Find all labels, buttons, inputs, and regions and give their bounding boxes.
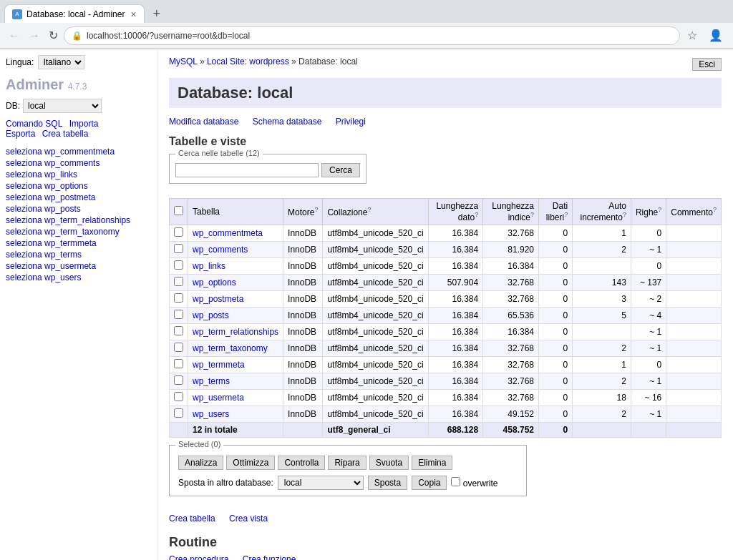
- overwrite-label[interactable]: overwrite: [451, 477, 497, 488]
- profile-button[interactable]: 👤: [704, 27, 727, 44]
- forward-button[interactable]: →: [26, 28, 43, 44]
- row-len-data: 16.384: [428, 242, 483, 258]
- row-checkbox[interactable]: [174, 293, 183, 303]
- tab-close-btn[interactable]: ×: [130, 9, 136, 20]
- sidebar-nav-item[interactable]: seleziona wp_users: [6, 272, 151, 283]
- breadcrumb-local-site[interactable]: Local Site: wordpress: [207, 57, 289, 67]
- row-data-free: 0: [539, 324, 573, 340]
- sidebar-nav-item[interactable]: seleziona wp_links: [6, 169, 151, 180]
- sel-action-button[interactable]: Analizza: [178, 456, 223, 470]
- col-header-collazione: Collazione?: [323, 199, 428, 225]
- table-link[interactable]: wp_commentmeta: [193, 228, 263, 238]
- row-checkbox[interactable]: [174, 375, 183, 385]
- exit-button[interactable]: Esci: [692, 58, 722, 71]
- row-checkbox[interactable]: [174, 260, 183, 270]
- row-auto-inc: 2: [573, 242, 631, 258]
- row-comment: [666, 308, 722, 324]
- back-button[interactable]: ←: [6, 28, 23, 44]
- row-checkbox[interactable]: [174, 310, 183, 319]
- sidebar-nav-item[interactable]: seleziona wp_termmeta: [6, 237, 151, 249]
- row-checkbox[interactable]: [174, 277, 183, 286]
- select-all-checkbox[interactable]: [174, 206, 183, 215]
- active-tab[interactable]: A Database: local - Adminer ×: [4, 4, 145, 23]
- refresh-button[interactable]: ↻: [46, 27, 61, 44]
- row-auto-inc: 2: [573, 406, 631, 423]
- table-link[interactable]: wp_comments: [193, 245, 248, 255]
- sidebar-nav-item[interactable]: seleziona wp_posts: [6, 203, 151, 215]
- row-checkbox[interactable]: [174, 326, 183, 335]
- row-checkbox[interactable]: [174, 392, 183, 401]
- table-link[interactable]: wp_usermeta: [193, 393, 244, 403]
- row-checkbox-cell: [170, 357, 188, 373]
- copia-button[interactable]: Copia: [412, 476, 447, 490]
- sposta-button[interactable]: Sposta: [368, 476, 407, 490]
- new-tab-button[interactable]: +: [149, 6, 165, 21]
- action-link[interactable]: Privilegi: [336, 117, 366, 127]
- table-link[interactable]: wp_options: [193, 277, 236, 288]
- breadcrumb-mysql[interactable]: MySQL: [169, 57, 198, 67]
- table-link[interactable]: wp_links: [193, 261, 225, 271]
- routine-link[interactable]: Crea funzione: [243, 554, 296, 560]
- row-engine: InnoDB: [283, 324, 323, 340]
- sidebar-nav-item[interactable]: seleziona wp_options: [6, 180, 151, 192]
- comando-sql-link[interactable]: Comando SQL: [6, 119, 62, 129]
- sidebar-nav-item[interactable]: seleziona wp_term_relationships: [6, 215, 151, 226]
- row-rows: 0: [631, 225, 666, 242]
- sel-action-button[interactable]: Svuota: [369, 456, 409, 470]
- row-checkbox-cell: [170, 308, 188, 324]
- row-len-data: 16.384: [428, 291, 483, 308]
- sidebar-nav-item[interactable]: seleziona wp_postmeta: [6, 192, 151, 203]
- importa-link[interactable]: Importa: [69, 119, 99, 129]
- table-link[interactable]: wp_terms: [193, 376, 230, 386]
- address-bar[interactable]: 🔒 localhost:10006/?username=root&db=loca…: [64, 26, 680, 45]
- sidebar-nav-item[interactable]: seleziona wp_term_taxonomy: [6, 226, 151, 237]
- esporta-link[interactable]: Esporta: [6, 129, 35, 139]
- row-checkbox[interactable]: [174, 359, 183, 368]
- sidebar-nav-item[interactable]: seleziona wp_commentmeta: [6, 146, 151, 157]
- overwrite-checkbox[interactable]: [451, 477, 460, 486]
- bottom-link[interactable]: Crea vista: [229, 514, 268, 524]
- row-name: wp_posts: [188, 308, 283, 324]
- row-engine: InnoDB: [283, 258, 323, 275]
- row-checkbox-cell: [170, 258, 188, 275]
- db-select[interactable]: local: [23, 99, 102, 113]
- sidebar-nav-item[interactable]: seleziona wp_comments: [6, 157, 151, 169]
- table-link[interactable]: wp_posts: [193, 310, 229, 320]
- search-input[interactable]: [175, 163, 319, 177]
- row-len-data: 16.384: [428, 324, 483, 340]
- table-link[interactable]: wp_term_taxonomy: [193, 343, 268, 353]
- search-button[interactable]: Cerca: [321, 163, 360, 177]
- sidebar-nav-item[interactable]: seleziona wp_usermeta: [6, 260, 151, 272]
- row-engine: InnoDB: [283, 225, 323, 242]
- row-checkbox[interactable]: [174, 408, 183, 418]
- sel-action-button[interactable]: Controlla: [278, 456, 325, 470]
- row-len-data: 16.384: [428, 373, 483, 390]
- action-link[interactable]: Schema database: [253, 117, 322, 127]
- table-link[interactable]: wp_term_relationships: [193, 327, 278, 337]
- row-name: wp_users: [188, 406, 283, 423]
- row-len-index: 32.768: [483, 225, 539, 242]
- bottom-link[interactable]: Crea tabella: [169, 514, 215, 524]
- row-checkbox[interactable]: [174, 343, 183, 352]
- row-checkbox[interactable]: [174, 244, 183, 253]
- crea-tabella-sidebar-link[interactable]: Crea tabella: [42, 129, 89, 139]
- row-auto-inc: 1: [573, 357, 631, 373]
- sel-action-button[interactable]: Ripara: [328, 456, 366, 470]
- sposta-select[interactable]: local: [278, 476, 364, 490]
- row-len-index: 16.384: [483, 258, 539, 275]
- sel-action-button[interactable]: Ottimizza: [226, 456, 275, 470]
- row-checkbox[interactable]: [174, 227, 183, 237]
- lingua-select[interactable]: Italiano: [38, 55, 84, 69]
- bookmark-button[interactable]: ☆: [683, 27, 702, 44]
- action-link[interactable]: Modifica database: [169, 117, 238, 127]
- table-link[interactable]: wp_users: [193, 409, 229, 419]
- row-len-data: 16.384: [428, 308, 483, 324]
- row-data-free: 0: [539, 406, 573, 423]
- table-link[interactable]: wp_termmeta: [193, 360, 245, 370]
- sel-action-button[interactable]: Elimina: [412, 456, 452, 470]
- sidebar-nav-item[interactable]: seleziona wp_terms: [6, 249, 151, 260]
- row-rows: ~ 4: [631, 308, 666, 324]
- table-link[interactable]: wp_postmeta: [193, 294, 243, 304]
- routine-link[interactable]: Crea procedura: [169, 554, 228, 560]
- row-comment: [666, 390, 722, 406]
